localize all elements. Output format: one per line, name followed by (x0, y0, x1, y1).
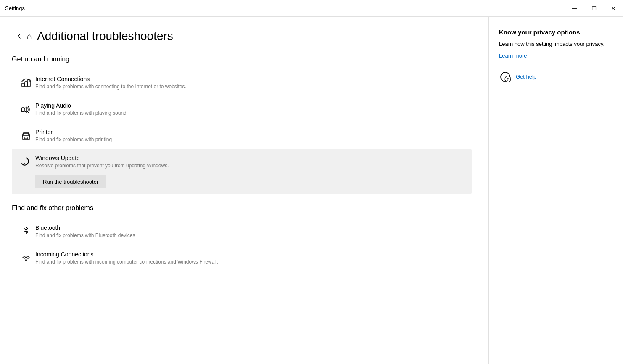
item-windows-update[interactable]: Windows Update Resolve problems that pre… (12, 149, 472, 194)
windows-update-desc: Resolve problems that prevent you from u… (35, 162, 467, 169)
printer-icon (17, 129, 35, 141)
main-panel: ⌂ Additional troubleshooters Get up and … (0, 17, 488, 364)
minimize-button[interactable]: — (565, 0, 584, 17)
back-button[interactable] (12, 29, 27, 44)
internet-connections-desc: Find and fix problems with connecting to… (35, 83, 467, 90)
item-playing-audio[interactable]: Playing Audio Find and fix problems with… (12, 96, 472, 123)
windows-update-name: Windows Update (35, 155, 467, 161)
maximize-button[interactable]: ❐ (584, 0, 604, 17)
item-bluetooth[interactable]: Bluetooth Find and fix problems with Blu… (12, 219, 472, 245)
run-troubleshooter-button[interactable]: Run the troubleshooter (35, 175, 106, 188)
svg-text:?: ? (507, 77, 509, 82)
page-title: Additional troubleshooters (37, 29, 173, 43)
get-help-icon: ? (499, 71, 512, 83)
privacy-desc: Learn how this setting impacts your priv… (499, 40, 613, 48)
section-header-2: Find and fix other problems (12, 204, 472, 212)
bluetooth-desc: Find and fix problems with Bluetooth dev… (35, 232, 467, 239)
printer-name: Printer (35, 129, 467, 135)
incoming-connections-name: Incoming Connections (35, 251, 467, 258)
svg-rect-1 (25, 82, 27, 87)
home-icon: ⌂ (27, 32, 32, 41)
section-find-fix-other: Find and fix other problems Bluetooth Fi… (12, 204, 472, 272)
window-controls: — ❐ ✕ (565, 0, 623, 17)
bluetooth-name: Bluetooth (35, 224, 467, 231)
playing-audio-desc: Find and fix problems with playing sound (35, 110, 467, 117)
section-get-up-running: Get up and running Internet Connections … (12, 55, 472, 194)
svg-point-9 (25, 259, 27, 261)
get-help-link[interactable]: Get help (516, 74, 536, 80)
close-button[interactable]: ✕ (604, 0, 623, 17)
internet-connections-name: Internet Connections (35, 76, 467, 82)
item-incoming-connections[interactable]: Incoming Connections Find and fix proble… (12, 245, 472, 272)
windows-update-icon (17, 156, 35, 167)
item-internet-connections[interactable]: Internet Connections Find and fix proble… (12, 70, 472, 96)
section-divider (12, 194, 472, 204)
title-bar: Settings — ❐ ✕ (0, 0, 623, 17)
right-panel: Know your privacy options Learn how this… (488, 17, 623, 364)
window-title: Settings (5, 5, 25, 11)
playing-audio-name: Playing Audio (35, 102, 467, 109)
content-area: ⌂ Additional troubleshooters Get up and … (0, 17, 623, 364)
playing-audio-icon (17, 103, 35, 115)
incoming-connections-desc: Find and fix problems with incoming comp… (35, 258, 467, 266)
incoming-connections-icon (17, 252, 35, 264)
get-help-row: ? Get help (499, 71, 613, 83)
bluetooth-icon (17, 225, 35, 237)
page-header: ⌂ Additional troubleshooters (12, 29, 472, 44)
printer-desc: Find and fix problems with printing (35, 136, 467, 143)
learn-more-link[interactable]: Learn more (499, 53, 613, 59)
title-bar-left: Settings (5, 5, 25, 11)
privacy-title: Know your privacy options (499, 29, 613, 36)
item-printer[interactable]: Printer Find and fix problems with print… (12, 123, 472, 149)
svg-rect-0 (22, 83, 24, 87)
section-header-1: Get up and running (12, 55, 472, 63)
back-icon (16, 33, 23, 40)
internet-connections-icon (17, 76, 35, 88)
svg-point-8 (29, 135, 29, 135)
